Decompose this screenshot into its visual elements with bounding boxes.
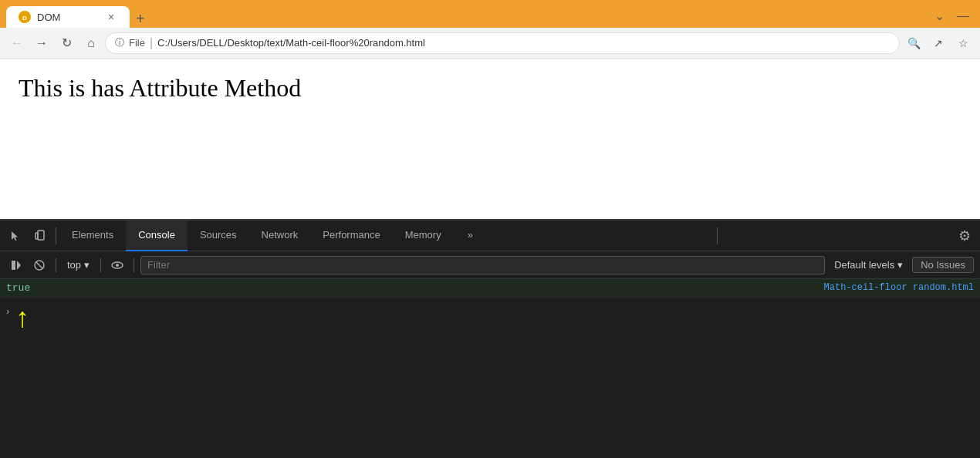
more-tabs-button[interactable]: » bbox=[455, 221, 485, 251]
mobile-icon bbox=[34, 230, 46, 242]
toolbar-separator-2 bbox=[717, 227, 718, 244]
context-dropdown-arrow: ▾ bbox=[84, 259, 90, 271]
security-icon: ⓘ bbox=[115, 36, 124, 49]
browser-window: D DOM × + ⌄ — ← → ↻ ⌂ ⓘ File | C:/Users/… bbox=[0, 0, 980, 458]
back-button[interactable]: ← bbox=[6, 32, 28, 54]
eye-icon bbox=[111, 261, 123, 269]
up-arrow-icon: ↑ bbox=[15, 304, 29, 332]
tab-performance[interactable]: Performance bbox=[310, 221, 392, 251]
tab-favicon: D bbox=[19, 11, 31, 23]
console-log-file: Math-ceil-floor random.html bbox=[824, 282, 974, 293]
console-output: true Math-ceil-floor random.html › ↑ bbox=[0, 279, 980, 458]
tab-bar: D DOM × + ⌄ — bbox=[0, 0, 980, 28]
forward-button[interactable]: → bbox=[31, 32, 52, 54]
address-separator: | bbox=[150, 36, 153, 50]
reload-button[interactable]: ↻ bbox=[56, 32, 77, 54]
tab-title: DOM bbox=[37, 12, 99, 23]
console-toolbar: top ▾ Default levels ▾ No Issues bbox=[0, 251, 980, 279]
address-bar: ← → ↻ ⌂ ⓘ File | C:/Users/DELL/Desktop/t… bbox=[0, 28, 980, 59]
svg-marker-6 bbox=[17, 261, 21, 270]
address-bar-actions: 🔍 ↗ ☆ bbox=[903, 32, 974, 54]
tab-memory[interactable]: Memory bbox=[393, 221, 454, 251]
share-button[interactable]: ↗ bbox=[928, 32, 949, 54]
address-input-wrapper[interactable]: ⓘ File | C:/Users/DELL/Desktop/text/Math… bbox=[105, 32, 900, 54]
zoom-button[interactable]: 🔍 bbox=[903, 32, 924, 54]
devtools-toolbar: Elements Console Sources Network Perform… bbox=[0, 221, 980, 251]
home-button[interactable]: ⌂ bbox=[80, 32, 102, 54]
device-toolbar-button[interactable] bbox=[28, 224, 52, 248]
close-window-button[interactable]: — bbox=[952, 8, 974, 25]
devtools-settings-button[interactable]: ⚙ bbox=[952, 224, 977, 248]
svg-marker-2 bbox=[12, 231, 18, 241]
tab-sources[interactable]: Sources bbox=[188, 221, 249, 251]
active-tab[interactable]: D DOM × bbox=[6, 6, 130, 28]
svg-line-8 bbox=[36, 261, 43, 268]
tab-bar-controls: ⌄ — bbox=[930, 7, 974, 28]
console-toolbar-sep-1 bbox=[56, 258, 56, 272]
url-text: C:/Users/DELL/Desktop/text/Math-ceil-flo… bbox=[157, 37, 890, 49]
console-toolbar-sep-2 bbox=[100, 258, 101, 272]
clear-console-button[interactable] bbox=[29, 255, 49, 275]
default-levels-label: Default levels bbox=[834, 259, 894, 271]
console-prompt-icon: › bbox=[6, 305, 9, 317]
console-log-line: true Math-ceil-floor random.html bbox=[0, 279, 980, 298]
file-label: File bbox=[129, 37, 145, 49]
page-content: This is has Attribute Method bbox=[0, 59, 980, 219]
console-log-value: true bbox=[6, 282, 30, 294]
console-play-button[interactable] bbox=[6, 255, 26, 275]
svg-rect-3 bbox=[38, 231, 44, 240]
dom-icon: D bbox=[19, 12, 30, 22]
new-tab-button[interactable]: + bbox=[130, 11, 151, 26]
default-levels-dropdown[interactable]: Default levels ▾ bbox=[828, 258, 909, 272]
console-input-line: › ↑ bbox=[0, 298, 980, 338]
tab-console[interactable]: Console bbox=[126, 221, 188, 251]
toolbar-separator-1 bbox=[56, 227, 56, 244]
console-filter-input[interactable] bbox=[140, 256, 825, 274]
play-icon bbox=[11, 260, 22, 271]
live-expressions-button[interactable] bbox=[107, 255, 127, 275]
context-label: top bbox=[67, 259, 81, 271]
no-issues-button[interactable]: No Issues bbox=[912, 257, 974, 273]
ban-icon bbox=[34, 260, 45, 271]
svg-rect-5 bbox=[12, 261, 15, 270]
tab-close-button[interactable]: × bbox=[105, 11, 117, 23]
console-toolbar-sep-3 bbox=[133, 258, 134, 272]
devtools-panel: Elements Console Sources Network Perform… bbox=[0, 219, 980, 458]
page-heading: This is has Attribute Method bbox=[19, 74, 961, 103]
bookmark-button[interactable]: ☆ bbox=[952, 32, 974, 54]
default-levels-arrow: ▾ bbox=[897, 259, 903, 271]
element-selector-button[interactable] bbox=[3, 224, 28, 248]
svg-rect-4 bbox=[35, 233, 38, 239]
cursor-icon bbox=[9, 230, 22, 242]
tab-network[interactable]: Network bbox=[249, 221, 311, 251]
minimize-button[interactable]: ⌄ bbox=[930, 7, 949, 25]
tab-elements[interactable]: Elements bbox=[59, 221, 126, 251]
svg-point-10 bbox=[116, 264, 119, 267]
svg-text:D: D bbox=[22, 15, 27, 22]
context-dropdown[interactable]: top ▾ bbox=[63, 258, 94, 272]
